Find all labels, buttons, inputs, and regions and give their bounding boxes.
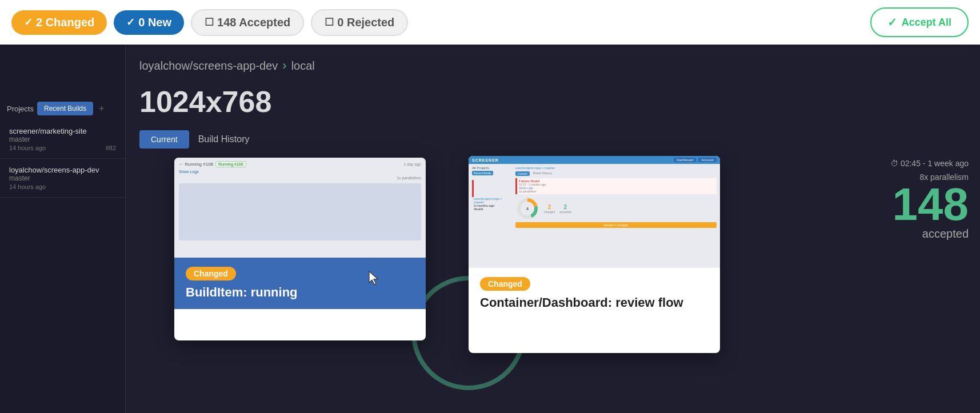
- card-footer-left: Changed BuildItem: running: [174, 258, 426, 309]
- mini-changed-number: 2: [544, 204, 555, 210]
- mini-sidebar: All Projects Recent Builds user/project-…: [472, 166, 512, 228]
- sidebar-project-title-2: loyalchow/screens-app-dev: [9, 166, 116, 174]
- changed-filter-button[interactable]: ✓ 2 Changed: [11, 10, 107, 35]
- rejected-icon: ☐: [325, 16, 334, 29]
- mini-stat-accepted: 2 accepted: [559, 204, 571, 214]
- sidebar-branch: master: [9, 135, 116, 143]
- accept-all-label: Accept All: [902, 17, 951, 29]
- mini-ui-left: ← Running #108 Running #108 1 day ago Sh…: [174, 158, 426, 244]
- mini-accepted-number: 2: [559, 204, 571, 210]
- time-info: ⏱ 02:45 - 1 week ago: [890, 159, 969, 168]
- breadcrumb: loyalchow/screens-app-dev › local: [139, 58, 966, 73]
- card-screenshot-right: SCREENER Dashboard Account All Projects …: [469, 156, 720, 267]
- card-builditem-running[interactable]: ← Running #108 Running #108 1 day ago Sh…: [174, 158, 426, 340]
- mini-repo-path: user/project-repo • master: [515, 166, 717, 170]
- accept-all-button[interactable]: ✓ Accept All: [870, 7, 969, 37]
- current-button[interactable]: Current: [139, 130, 189, 149]
- sidebar-project-title: screener/marketing-site: [9, 127, 116, 135]
- card-container-dashboard[interactable]: SCREENER Dashboard Account All Projects …: [469, 156, 720, 353]
- time-value: 02:45 - 1 week ago: [901, 159, 969, 168]
- path-arrow: ›: [282, 58, 286, 73]
- sidebar-build: #82: [106, 145, 116, 151]
- rejected-filter-button[interactable]: ☐ 0 Rejected: [311, 9, 408, 36]
- card-title-left: BuildItem: running: [186, 285, 414, 300]
- mini-review-btn: Review 2 Changed: [515, 222, 717, 228]
- mini-parallelism-left: 1x parallelism: [179, 176, 421, 180]
- mini-top-bar: SCREENER Dashboard Account: [469, 156, 720, 164]
- build-history-row: Current Build History: [139, 130, 966, 149]
- changed-badge-right: Changed: [480, 277, 530, 291]
- mini-changed-label: changed: [544, 210, 555, 214]
- build-history-text: Build History: [198, 134, 250, 145]
- accept-all-check-icon: ✓: [887, 15, 897, 29]
- mini-show-log: Show Logs: [179, 170, 421, 174]
- mini-content-right: All Projects Recent Builds user/project-…: [469, 164, 720, 230]
- mini-stat-changed: 2 changed: [544, 204, 555, 214]
- mini-running-badge: Running #108: [215, 161, 246, 167]
- mini-all-projects: All Projects: [472, 166, 512, 170]
- mini-accepted-label: accepted: [559, 210, 571, 214]
- resolution-label: 1024x768: [139, 85, 966, 119]
- changed-count-label: 2 Changed: [36, 16, 94, 29]
- path-right: local: [291, 59, 315, 73]
- mini-time-left: 1 day ago: [403, 162, 421, 166]
- sidebar-time: 14 hours ago: [9, 145, 46, 151]
- mini-ui-right: SCREENER Dashboard Account All Projects …: [469, 156, 720, 267]
- mini-parallelism-right: 1x parallelism: [519, 190, 715, 193]
- card-title-right: Container/Dashboard: review flow: [480, 295, 709, 310]
- mini-dashboard-btn: Dashboard: [674, 158, 696, 162]
- mini-logo: SCREENER: [472, 158, 499, 162]
- mini-current-btn: Current: [515, 171, 530, 176]
- filter-bar: ✓ 2 Changed ✓ 0 New ☐ 148 Accepted ☐ 0 R…: [0, 0, 980, 45]
- sidebar-item-marketing[interactable]: screener/marketing-site master 14 hours …: [0, 120, 125, 159]
- mini-build-history: Build History: [533, 171, 553, 176]
- check-icon: ✓: [24, 16, 33, 29]
- recent-builds-button[interactable]: Recent Builds: [37, 102, 93, 115]
- svg-text:4: 4: [526, 206, 529, 211]
- card-footer-right: Changed Container/Dashboard: review flow: [469, 267, 720, 319]
- clock-icon: ⏱: [890, 159, 898, 168]
- mini-build-row: Failure #build 01:31 - 2 months ago Show…: [515, 178, 717, 194]
- new-count-label: 0 New: [138, 16, 171, 29]
- stat-number: 148: [890, 182, 969, 227]
- path-left: loyalchow/screens-app-dev: [139, 59, 278, 73]
- sidebar: Projects Recent Builds + screener/market…: [0, 45, 126, 413]
- mini-main-content: user/project-repo • master Current Build…: [515, 166, 717, 228]
- projects-label: Projects: [7, 105, 34, 113]
- sidebar-item-screens-app[interactable]: loyalchow/screens-app-dev master 14 hour…: [0, 159, 125, 198]
- accepted-icon: ☐: [205, 16, 214, 29]
- sidebar-branch-2: master: [9, 174, 116, 182]
- right-stats: ⏱ 02:45 - 1 week ago 8x parallelism 148 …: [890, 159, 969, 240]
- mini-account-btn: Account: [698, 158, 717, 162]
- sidebar-meta: 14 hours ago #82: [9, 145, 116, 151]
- mini-recent-builds-btn: Recent Builds: [472, 171, 493, 175]
- check-new-icon: ✓: [126, 16, 135, 29]
- new-filter-button[interactable]: ✓ 0 New: [114, 10, 184, 35]
- add-icon[interactable]: +: [99, 103, 104, 114]
- sidebar-meta-2: 14 hours ago: [9, 183, 116, 190]
- changed-badge-left: Changed: [186, 267, 236, 280]
- card-screenshot-left: ← Running #108 Running #108 1 day ago Sh…: [174, 158, 426, 258]
- mini-donut-chart: 4: [515, 197, 539, 220]
- sidebar-time-2: 14 hours ago: [9, 183, 46, 190]
- mini-gray-area: [179, 183, 421, 240]
- rejected-count-label: 0 Rejected: [337, 16, 394, 29]
- mini-repo: user/project-repo • master: [474, 197, 512, 204]
- accepted-count-label: 148 Accepted: [217, 16, 290, 29]
- accepted-filter-button[interactable]: ☐ 148 Accepted: [191, 9, 304, 36]
